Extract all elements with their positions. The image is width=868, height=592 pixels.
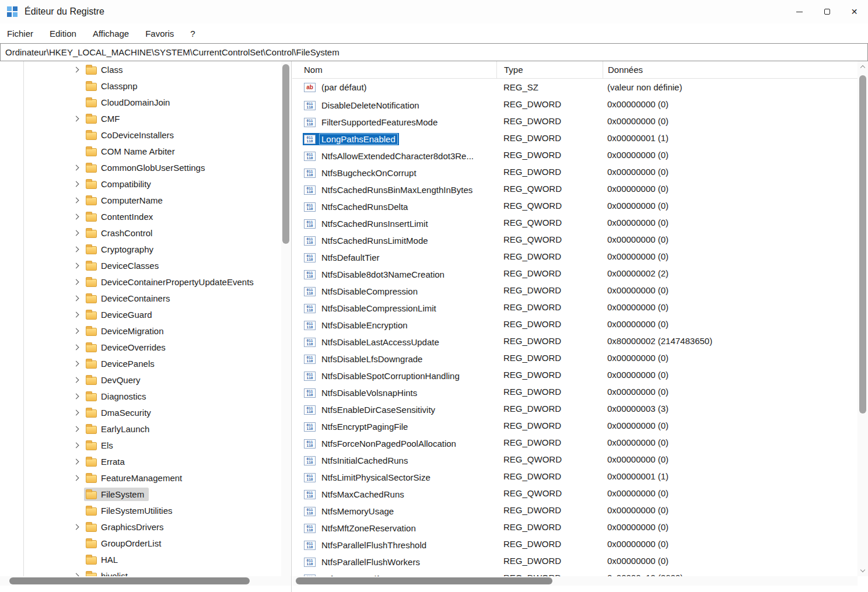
tree-item-content[interactable]: CrashControl xyxy=(84,226,157,240)
registry-value-row[interactable]: ab (par défaut) REG_SZ (valeur non défin… xyxy=(292,79,858,96)
tree-item[interactable]: FileSystem xyxy=(0,486,281,502)
expand-chevron-icon[interactable] xyxy=(70,525,82,529)
tree-item-content[interactable]: Diagnostics xyxy=(84,390,151,403)
menu-fichier[interactable]: Fichier xyxy=(1,26,39,41)
expand-chevron-icon[interactable] xyxy=(70,296,82,300)
expand-chevron-icon[interactable] xyxy=(70,117,82,121)
tree-item-content[interactable]: CMF xyxy=(84,112,125,125)
tree-item[interactable]: DeviceClasses xyxy=(0,257,281,274)
registry-value-row[interactable]: 011110 NtfsMemoryUsage REG_DWORD 0x00000… xyxy=(292,502,858,519)
expand-chevron-icon[interactable] xyxy=(70,215,82,219)
value-name-wrap[interactable]: 011110 NtfsInitialCachedRuns xyxy=(303,454,411,467)
value-name-wrap[interactable]: 011110 NtfsCachedRunsLimitMode xyxy=(303,234,432,247)
value-name-wrap[interactable]: 011110 LongPathsEnabled xyxy=(303,133,399,145)
registry-value-row[interactable]: 011110 NtfsDefaultTier REG_DWORD 0x00000… xyxy=(292,248,858,265)
value-name-wrap[interactable]: 011110 DisableDeleteNotification xyxy=(303,99,423,111)
tree-item[interactable]: DeviceContainerPropertyUpdateEvents xyxy=(0,274,281,290)
registry-value-row[interactable]: 011110 NtfsInitialCachedRuns REG_QWORD 0… xyxy=(292,451,858,468)
registry-value-row[interactable]: 011110 NtfsDisableSpotCorruptionHandling… xyxy=(292,366,858,383)
value-name-wrap[interactable]: 011110 NtfsDisableCompressionLimit xyxy=(303,302,440,314)
column-header-donnees[interactable]: Données xyxy=(603,61,858,78)
tree-item[interactable]: Cryptography xyxy=(0,241,281,257)
tree-item-content[interactable]: FeatureManagement xyxy=(84,471,187,485)
registry-value-row[interactable]: 011110 NtfsMftZoneReservation REG_DWORD … xyxy=(292,519,858,535)
expand-chevron-icon[interactable] xyxy=(70,394,82,398)
tree-item-content[interactable]: Els xyxy=(84,439,118,452)
tree-item-content[interactable]: CoDeviceInstallers xyxy=(84,128,178,142)
expand-chevron-icon[interactable] xyxy=(70,345,82,349)
registry-value-row[interactable]: 011110 NtfsDisableCompressionLimit REG_D… xyxy=(292,299,858,316)
tree-item[interactable]: Class xyxy=(0,61,281,78)
registry-value-row[interactable]: 011110 NtfsCachedRunsBinMaxLengthInBytes… xyxy=(292,180,858,197)
menu-affichage[interactable]: Affichage xyxy=(87,26,135,41)
tree-horizontal-scrollbar-thumb[interactable] xyxy=(9,577,250,584)
column-header-type[interactable]: Type xyxy=(496,61,603,78)
menu-favoris[interactable]: Favoris xyxy=(139,26,180,41)
expand-chevron-icon[interactable] xyxy=(70,247,82,251)
menu-edition[interactable]: Edition xyxy=(44,26,82,41)
registry-value-row[interactable]: 011110 LongPathsEnabled REG_DWORD 0x0000… xyxy=(292,129,858,146)
tree-item[interactable]: ContentIndex xyxy=(0,208,281,225)
value-name-wrap[interactable]: 011110 NtfsMftZoneReservation xyxy=(303,522,419,534)
value-name-wrap[interactable]: 011110 NtfsDefaultTier xyxy=(303,251,383,264)
value-name-wrap[interactable]: 011110 NtfsMemoryUsage xyxy=(303,505,397,517)
tree-item-content[interactable]: ComputerName xyxy=(84,194,167,207)
tree-vertical-scrollbar-thumb[interactable] xyxy=(282,64,289,244)
registry-value-row[interactable]: 011110 NtfsBugcheckOnCorrupt REG_DWORD 0… xyxy=(292,163,858,180)
expand-chevron-icon[interactable] xyxy=(70,280,82,284)
value-name-wrap[interactable]: 011110 NtfsDisableEncryption xyxy=(303,319,411,331)
expand-chevron-icon[interactable] xyxy=(70,182,82,186)
registry-value-row[interactable]: 011110 NtfsDisableEncryption REG_DWORD 0… xyxy=(292,316,858,332)
registry-value-row[interactable]: 011110 NtfsAllowExtendedCharacter8dot3Re… xyxy=(292,146,858,163)
value-name-wrap[interactable]: 011110 NtfsDisableSpotCorruptionHandling xyxy=(303,370,463,382)
tree-item[interactable]: Errata xyxy=(0,453,281,470)
expand-chevron-icon[interactable] xyxy=(70,231,82,235)
tree-item-content[interactable]: Compatibility xyxy=(84,177,156,191)
value-name-wrap[interactable]: 011110 NtfsDisable8dot3NameCreation xyxy=(303,268,448,281)
registry-value-row[interactable]: 011110 NtfsCachedRunsDelta REG_QWORD 0x0… xyxy=(292,197,858,214)
scroll-down-icon[interactable] xyxy=(860,568,865,572)
tree-item[interactable]: DeviceGuard xyxy=(0,306,281,323)
value-name-wrap[interactable]: 011110 NtfsAllowExtendedCharacter8dot3Re… xyxy=(303,150,477,162)
tree-horizontal-scrollbar[interactable] xyxy=(0,576,291,586)
tree-item-content[interactable]: GroupOrderList xyxy=(84,537,166,550)
tree-item[interactable]: CommonGlobUserSettings xyxy=(0,159,281,176)
address-bar[interactable]: Ordinateur\HKEY_LOCAL_MACHINE\SYSTEM\Cur… xyxy=(0,43,868,61)
tree-item[interactable]: Els xyxy=(0,437,281,453)
registry-value-row[interactable]: 011110 NtfsCachedRunsInsertLimit REG_QWO… xyxy=(292,214,858,231)
registry-value-row[interactable]: 011110 NtfsQuotaNotifyRate REG_DWORD 0x0… xyxy=(292,569,858,576)
tree-item-content[interactable]: DeviceClasses xyxy=(84,259,163,272)
registry-value-row[interactable]: 011110 NtfsParallelFlushThreshold REG_DW… xyxy=(292,535,858,552)
tree-item-content[interactable]: DevicePanels xyxy=(84,357,159,370)
tree-item-content[interactable]: DeviceGuard xyxy=(84,308,157,321)
tree-item[interactable]: Classpnp xyxy=(0,78,281,94)
value-name-wrap[interactable]: 011110 NtfsLimitPhysicalSectorSize xyxy=(303,471,434,484)
expand-chevron-icon[interactable] xyxy=(70,68,82,72)
registry-value-row[interactable]: 011110 NtfsParallelFlushWorkers REG_DWOR… xyxy=(292,552,858,569)
tree-item[interactable]: FileSystemUtilities xyxy=(0,502,281,519)
expand-chevron-icon[interactable] xyxy=(70,166,82,170)
tree-item-content[interactable]: DmaSecurity xyxy=(84,406,156,419)
tree-item-content[interactable]: CloudDomainJoin xyxy=(84,96,174,109)
expand-chevron-icon[interactable] xyxy=(70,198,82,202)
tree-item-content[interactable]: CommonGlobUserSettings xyxy=(84,161,209,174)
value-name-wrap[interactable]: 011110 FilterSupportedFeaturesMode xyxy=(303,116,441,128)
tree-item-content[interactable]: hivelist xyxy=(84,569,132,577)
list-vertical-scrollbar[interactable] xyxy=(858,61,868,576)
tree-item-content[interactable]: DeviceContainerPropertyUpdateEvents xyxy=(84,275,258,289)
registry-value-row[interactable]: 011110 NtfsMaxCachedRuns REG_QWORD 0x000… xyxy=(292,485,858,502)
tree-item[interactable]: DeviceMigration xyxy=(0,323,281,339)
registry-value-row[interactable]: 011110 NtfsEncryptPagingFile REG_DWORD 0… xyxy=(292,417,858,434)
value-name-wrap[interactable]: 011110 NtfsParallelFlushWorkers xyxy=(303,556,424,568)
tree-item-content[interactable]: FileSystem xyxy=(84,488,149,501)
registry-value-row[interactable]: 011110 NtfsDisableLfsDowngrade REG_DWORD… xyxy=(292,349,858,366)
tree-item-content[interactable]: Errata xyxy=(84,455,130,468)
expand-chevron-icon[interactable] xyxy=(70,460,82,464)
expand-chevron-icon[interactable] xyxy=(70,476,82,480)
registry-value-row[interactable]: 011110 NtfsDisableCompression REG_DWORD … xyxy=(292,282,858,299)
tree-item[interactable]: EarlyLaunch xyxy=(0,421,281,437)
tree-item-content[interactable]: DeviceOverrides xyxy=(84,341,170,354)
expand-chevron-icon[interactable] xyxy=(70,362,82,366)
tree-item[interactable]: COM Name Arbiter xyxy=(0,143,281,159)
tree-item-content[interactable]: DeviceContainers xyxy=(84,292,174,305)
